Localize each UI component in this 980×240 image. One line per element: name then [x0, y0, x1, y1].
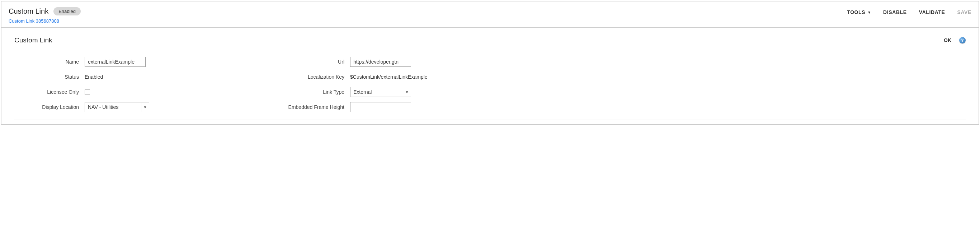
row-localization-key: Localization Key $CustomLink/externalLin…	[186, 72, 428, 82]
link-type-label: Link Type	[186, 89, 344, 95]
title-row: Custom Link Enabled	[9, 7, 81, 16]
link-type-select-wrap: ▼	[350, 87, 411, 97]
page-container: Custom Link Enabled Custom Link 38568780…	[1, 1, 979, 125]
tools-dropdown[interactable]: TOOLS ▼	[847, 10, 871, 15]
tools-button[interactable]: TOOLS	[847, 10, 865, 15]
display-location-select-wrap: ▼	[85, 102, 149, 112]
display-location-select[interactable]	[85, 102, 149, 112]
form-grid: Name Status Enabled Licensee Only Displa…	[14, 56, 966, 120]
frame-height-input[interactable]	[350, 102, 411, 112]
status-value: Enabled	[85, 74, 103, 80]
localization-key-label: Localization Key	[186, 74, 344, 80]
disable-button[interactable]: DISABLE	[883, 10, 907, 15]
localization-key-value: $CustomLink/externalLinkExample	[350, 74, 428, 80]
row-link-type: Link Type ▼	[186, 86, 428, 98]
page-header: Custom Link Enabled Custom Link 38568780…	[2, 2, 978, 28]
validate-button[interactable]: VALIDATE	[919, 10, 945, 15]
licensee-label: Licensee Only	[14, 89, 79, 95]
status-badge: Enabled	[53, 7, 81, 16]
row-status: Status Enabled	[14, 72, 165, 82]
name-input[interactable]	[85, 57, 146, 67]
row-frame-height: Embedded Frame Height	[186, 102, 428, 112]
save-button[interactable]: SAVE	[958, 10, 972, 15]
url-label: Url	[186, 59, 344, 65]
form-column-left: Name Status Enabled Licensee Only Displa…	[14, 56, 165, 112]
url-input[interactable]	[350, 57, 411, 67]
chevron-down-icon: ▼	[867, 10, 871, 14]
name-label: Name	[14, 59, 79, 65]
section-title: Custom Link	[14, 36, 52, 44]
section-header: Custom Link OK ?	[14, 36, 966, 44]
row-url: Url	[186, 56, 428, 67]
page-title: Custom Link	[9, 7, 48, 16]
header-toolbar: TOOLS ▼ DISABLE VALIDATE SAVE	[847, 7, 971, 15]
row-display-location: Display Location ▼	[14, 102, 165, 112]
content-area: Custom Link OK ? Name Status Enabled Lic…	[2, 28, 978, 124]
help-icon[interactable]: ?	[959, 37, 966, 43]
ok-button[interactable]: OK	[944, 37, 951, 43]
link-type-select[interactable]	[350, 87, 411, 97]
section-actions: OK ?	[944, 37, 966, 43]
breadcrumb-link[interactable]: Custom Link 385687808	[9, 18, 81, 24]
display-location-label: Display Location	[14, 104, 79, 110]
header-left: Custom Link Enabled Custom Link 38568780…	[9, 7, 81, 24]
row-licensee: Licensee Only	[14, 86, 165, 98]
form-column-right: Url Localization Key $CustomLink/externa…	[186, 56, 428, 112]
licensee-checkbox[interactable]	[85, 90, 90, 95]
row-name: Name	[14, 56, 165, 67]
frame-height-label: Embedded Frame Height	[186, 104, 344, 110]
status-label: Status	[14, 74, 79, 80]
